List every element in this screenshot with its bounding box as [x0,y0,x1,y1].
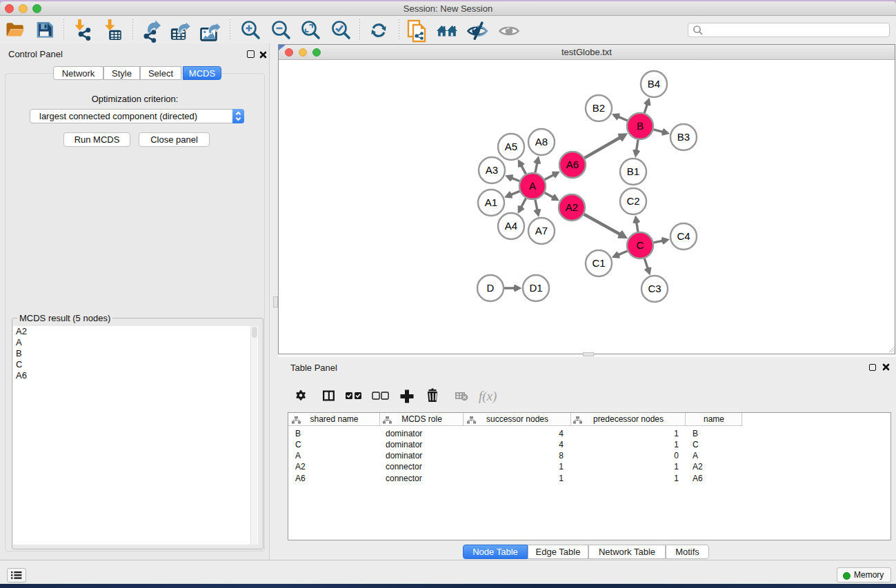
svg-text:A2: A2 [566,201,578,213]
svg-text:A: A [529,180,536,192]
svg-text:C: C [637,239,644,251]
svg-text:B: B [637,120,644,132]
svg-text:B4: B4 [648,78,660,90]
svg-text:A5: A5 [505,141,517,152]
svg-text:D1: D1 [529,282,542,294]
svg-text:B1: B1 [627,165,639,177]
svg-text:C1: C1 [592,257,605,269]
svg-text:C3: C3 [648,283,661,294]
svg-text:A4: A4 [505,220,517,232]
svg-text:A6: A6 [566,159,579,170]
svg-text:A7: A7 [535,225,548,236]
svg-text:B2: B2 [593,102,605,114]
svg-text:C4: C4 [677,230,690,242]
svg-text:A8: A8 [535,136,548,148]
svg-text:D: D [487,282,495,294]
svg-text:A1: A1 [485,196,497,208]
svg-text:f(x): f(x) [479,389,497,404]
svg-text:C2: C2 [626,195,639,207]
svg-text:B3: B3 [677,131,690,143]
svg-text:A3: A3 [486,164,498,176]
